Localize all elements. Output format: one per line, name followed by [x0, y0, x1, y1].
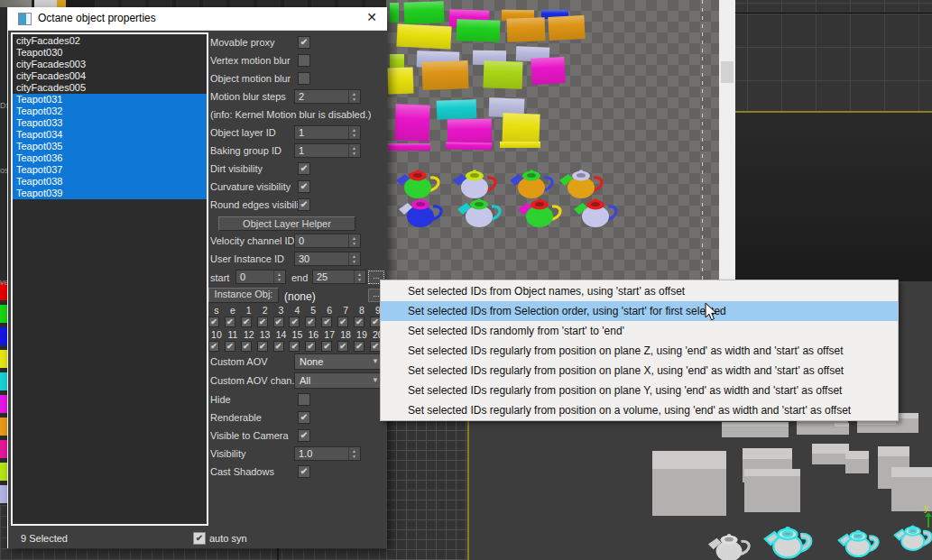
spinner-arrows-icon[interactable]: ▲▼ [273, 271, 284, 283]
id-grid-header: 4 [289, 305, 305, 317]
spinner-arrows-icon[interactable]: ▲▼ [348, 447, 359, 460]
object-layer-helper-button[interactable]: Object Layer Helper [218, 216, 355, 231]
context-menu-item[interactable]: Set selected IDs regularly from position… [381, 341, 898, 361]
id-grid-header: 18 [337, 329, 354, 341]
property-checkbox[interactable]: ✔ [298, 180, 310, 193]
id-grid-checkbox[interactable]: ✔ [225, 317, 235, 327]
context-menu-item[interactable]: Set selected IDs regularly from position… [381, 381, 898, 400]
id-grid-header: e [225, 305, 241, 317]
list-item[interactable]: cityFacades004 [13, 70, 207, 82]
id-grid-checkbox[interactable]: ✔ [337, 341, 348, 352]
id-grid-checkbox[interactable]: ✔ [257, 341, 268, 352]
toolbar-thumbnail [0, 0, 32, 7]
list-item[interactable]: Teapot036 [13, 152, 207, 164]
spinner-arrows-icon[interactable]: ▲▼ [348, 144, 359, 157]
list-item[interactable]: Teapot034 [13, 129, 207, 141]
spinner-arrows-icon[interactable]: ▲▼ [348, 90, 359, 103]
scrollbar-thumb[interactable] [721, 61, 734, 83]
list-item[interactable]: Teapot033 [13, 117, 207, 129]
spinner-arrows-icon[interactable]: ▲▼ [348, 126, 359, 139]
spinner-value: 1 [299, 145, 304, 156]
list-item[interactable]: Teapot038 [13, 176, 207, 188]
render-window-scrollbar[interactable] [719, 0, 735, 281]
render-output-window[interactable] [386, 0, 719, 281]
list-item[interactable]: cityFacades003 [13, 59, 207, 70]
property-row: (info: Kernel Motion blur is disabled.) [208, 106, 387, 124]
id-grid-checkbox[interactable]: ✔ [208, 317, 219, 327]
property-row: Vertex motion blur [208, 52, 387, 70]
instance-obj-button[interactable]: Instance Obj: [208, 288, 279, 303]
property-spinner[interactable]: 1▲▼ [294, 125, 361, 140]
id-grid-checkbox[interactable]: ✔ [305, 317, 316, 327]
id-grid-checkbox[interactable]: ✔ [305, 341, 316, 352]
list-item[interactable]: cityFacades02 [13, 35, 207, 47]
property-row: Object motion blur [208, 70, 387, 88]
list-item[interactable]: cityFacades005 [13, 82, 207, 94]
property-checkbox[interactable]: ✔ [298, 162, 310, 175]
property-spinner[interactable]: 2▲▼ [294, 89, 361, 104]
property-checkbox[interactable] [298, 72, 310, 85]
property-row: Movable proxy✔ [208, 34, 387, 52]
property-spinner[interactable]: 0▲▼ [294, 234, 361, 248]
start-end-row: start 0 ▲▼ end 25 ▲▼ ... [208, 269, 387, 287]
id-grid-checkbox[interactable]: ✔ [241, 317, 252, 327]
context-menu-item[interactable]: Set selected IDs regularly from position… [381, 361, 898, 381]
app-icon [18, 13, 32, 25]
id-grid-checkbox[interactable]: ✔ [225, 341, 235, 352]
property-checkbox[interactable]: ✔ [298, 36, 310, 49]
id-grid-checkbox[interactable]: ✔ [273, 341, 284, 352]
viewport-gradient-area[interactable] [735, 113, 932, 281]
dialog-title-bar[interactable]: Octane object properties ✕ [8, 7, 387, 31]
property-checkbox[interactable]: ✔ [298, 429, 310, 442]
property-checkbox[interactable] [298, 54, 310, 67]
id-grid-checkbox[interactable]: ✔ [208, 341, 219, 352]
property-row: Hide [208, 391, 387, 409]
id-grid-checkbox[interactable]: ✔ [241, 341, 252, 352]
property-dropdown[interactable]: None▼ [294, 353, 383, 370]
start-spinner[interactable]: 0 ▲▼ [235, 270, 286, 284]
id-grid-checkbox[interactable]: ✔ [337, 317, 348, 327]
context-menu-item[interactable]: Set selected IDs regularly from position… [381, 400, 898, 420]
properties-lower: Custom AOVNone▼Custom AOV chan.All▼HideR… [208, 353, 387, 482]
property-checkbox[interactable]: ✔ [298, 465, 310, 478]
property-row: User Instance ID30▲▼ [208, 251, 387, 269]
top-viewport[interactable] [735, 0, 932, 111]
toolbar-fragment [95, 0, 388, 7]
context-menu-item[interactable]: Set selected IDs from Selection order, u… [381, 301, 898, 321]
property-row: Baking group ID1▲▼ [208, 142, 387, 161]
list-item[interactable]: Teapot037 [13, 164, 207, 176]
list-item[interactable]: Teapot032 [13, 106, 207, 117]
object-list[interactable]: cityFacades02Teapot030cityFacades003city… [11, 32, 208, 526]
id-grid-checkbox[interactable]: ✔ [321, 317, 332, 327]
spinner-arrows-icon[interactable]: ▲▼ [354, 271, 364, 283]
auto-sync-checkbox[interactable]: ✔ [193, 532, 206, 545]
id-grid-header: 1 [241, 305, 257, 317]
id-grid-checkbox[interactable]: ✔ [273, 317, 284, 327]
context-menu-item[interactable]: Set selected IDs from Object names, usin… [381, 281, 898, 301]
spinner-arrows-icon[interactable]: ▲▼ [348, 252, 359, 265]
property-spinner[interactable]: 30▲▼ [294, 252, 361, 266]
id-grid-checkbox[interactable]: ✔ [354, 317, 364, 327]
property-checkbox[interactable]: ✔ [298, 411, 310, 424]
id-grid-checkbox[interactable]: ✔ [289, 317, 300, 327]
context-menu-item[interactable]: Set selected IDs randomly from 'start' t… [381, 321, 898, 341]
close-icon[interactable]: ✕ [364, 10, 380, 24]
selected-count: 9 Selected [21, 533, 68, 544]
list-item[interactable]: Teapot039 [13, 188, 207, 199]
list-item[interactable]: Teapot035 [13, 141, 207, 152]
property-row: Custom AOVNone▼ [208, 353, 387, 372]
property-checkbox[interactable]: ✔ [298, 198, 310, 211]
end-spinner[interactable]: 25 ▲▼ [312, 270, 366, 284]
property-checkbox[interactable] [298, 393, 310, 406]
id-grid-checkbox[interactable]: ✔ [354, 341, 364, 352]
list-item[interactable]: Teapot031 [13, 94, 207, 106]
property-label: Visible to Camera [210, 430, 289, 441]
id-grid-checkbox[interactable]: ✔ [289, 341, 300, 352]
id-grid-checkbox[interactable]: ✔ [257, 317, 268, 327]
spinner-arrows-icon[interactable]: ▲▼ [348, 234, 359, 247]
id-grid-checkbox[interactable]: ✔ [321, 341, 332, 352]
property-spinner[interactable]: 1▲▼ [294, 143, 361, 158]
list-item[interactable]: Teapot030 [13, 47, 207, 59]
property-spinner[interactable]: 1.0▲▼ [294, 446, 361, 461]
property-dropdown[interactable]: All▼ [294, 372, 383, 389]
